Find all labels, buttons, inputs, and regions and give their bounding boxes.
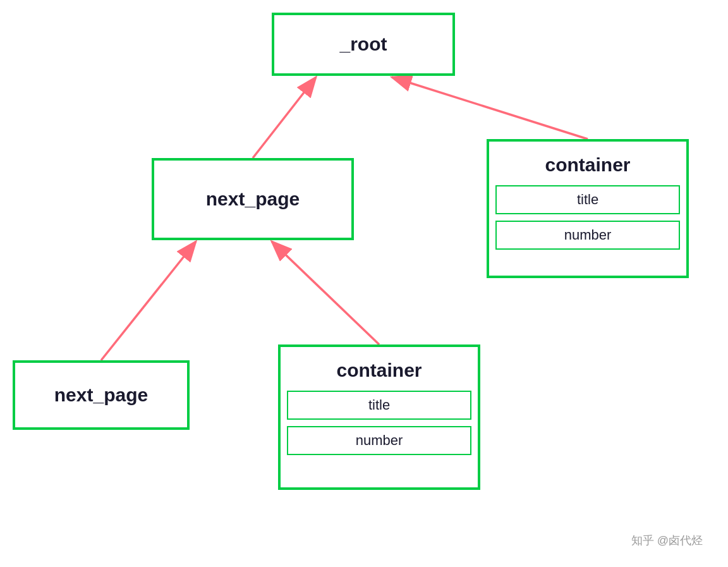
next-page-bottom-label: next_page [42, 378, 161, 412]
root-node-label: _root [327, 27, 400, 61]
root-node: _root [272, 13, 455, 76]
svg-line-2 [392, 77, 588, 139]
container-bottom-label: container [324, 353, 434, 387]
container-right-field-number: number [495, 221, 680, 250]
container-bottom-field-title: title [287, 391, 471, 420]
container-bottom-node: container title number [278, 344, 480, 490]
diagram-container: _root next_page container title number n… [0, 0, 728, 567]
next-page-mid-label: next_page [193, 182, 312, 216]
svg-line-1 [253, 77, 316, 158]
container-right-label: container [532, 148, 643, 182]
container-bottom-field-number: number [287, 426, 471, 455]
container-right-field-title: title [495, 185, 680, 214]
next-page-bottom-node: next_page [13, 360, 190, 430]
container-right-node: container title number [487, 139, 689, 278]
next-page-mid-node: next_page [152, 158, 354, 240]
svg-line-4 [272, 241, 379, 344]
watermark: 知乎 @卤代烃 [631, 533, 703, 548]
svg-line-3 [101, 241, 196, 360]
